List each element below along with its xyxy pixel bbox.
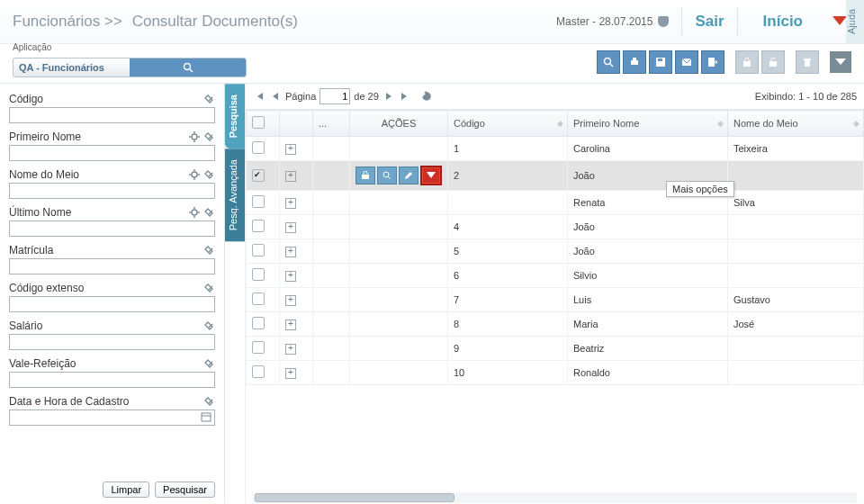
table-row[interactable]: +7LuisGustavo <box>247 288 864 312</box>
gear-icon[interactable] <box>188 168 201 181</box>
row-lock-button[interactable] <box>356 166 375 184</box>
filter-input[interactable] <box>9 107 215 123</box>
row-checkbox[interactable] <box>252 220 265 232</box>
row-view-button[interactable] <box>377 166 397 184</box>
row-checkbox[interactable] <box>252 317 265 329</box>
next-page-button[interactable] <box>382 90 395 103</box>
search-icon <box>603 57 614 68</box>
table-row[interactable]: +8MariaJosé <box>247 312 864 337</box>
last-page-button[interactable] <box>399 90 411 103</box>
horizontal-scrollbar[interactable] <box>253 492 857 503</box>
clear-field-icon[interactable] <box>202 168 215 181</box>
col-ellipsis[interactable]: ... <box>313 111 350 137</box>
print-icon <box>629 57 640 68</box>
clear-field-icon[interactable] <box>202 93 215 105</box>
toolbar-save-button[interactable] <box>649 50 672 74</box>
toolbar-print-button[interactable] <box>623 50 646 74</box>
help-tab[interactable]: Ajuda <box>846 0 864 43</box>
tab-search-basic[interactable]: Pesquisa <box>225 84 245 148</box>
row-checkbox[interactable] <box>252 169 265 182</box>
exit-button[interactable]: Sair <box>681 7 737 36</box>
col-primeiro-nome[interactable]: Primeiro Nome◆ <box>568 111 728 137</box>
filter-input[interactable] <box>9 220 215 237</box>
col-codigo[interactable]: Código◆ <box>448 111 568 137</box>
row-checkbox[interactable] <box>252 268 265 281</box>
filter-label: Data e Hora de Cadastro <box>9 393 129 410</box>
toolbar-delete-button[interactable] <box>796 50 819 74</box>
table-row[interactable]: +9Beatriz <box>247 337 864 361</box>
tab-search-advanced[interactable]: Pesq. Avançada <box>225 148 245 241</box>
table-row[interactable]: +4João <box>247 215 864 239</box>
home-button[interactable]: Início <box>751 7 815 36</box>
row-checkbox[interactable] <box>252 141 265 154</box>
clear-field-icon[interactable] <box>202 282 215 294</box>
svg-point-21 <box>192 172 197 177</box>
expand-row-button[interactable]: + <box>285 171 296 182</box>
row-edit-button[interactable] <box>399 166 418 184</box>
col-expand <box>280 111 313 137</box>
expand-row-button[interactable]: + <box>285 368 296 379</box>
cell-primeiro-nome: João <box>568 239 728 264</box>
filter-input[interactable] <box>9 258 215 274</box>
expand-row-button[interactable]: + <box>285 295 296 306</box>
toolbar-more-button[interactable] <box>830 51 851 73</box>
clear-field-icon[interactable] <box>202 357 215 370</box>
cell-primeiro-nome: Carolina <box>568 137 728 161</box>
clear-field-icon[interactable] <box>202 320 215 332</box>
toolbar-search-button[interactable] <box>597 50 620 74</box>
table-row[interactable]: +2João <box>247 161 864 191</box>
expand-row-button[interactable]: + <box>285 271 296 282</box>
row-checkbox[interactable] <box>252 244 265 256</box>
table-row[interactable]: +1CarolinaTeixeira <box>247 137 864 161</box>
expand-row-button[interactable]: + <box>285 198 296 209</box>
application-search-button[interactable] <box>130 58 246 76</box>
clear-field-icon[interactable] <box>202 130 215 143</box>
toolbar-unlock-button[interactable] <box>761 50 785 74</box>
cell-nome-meio <box>728 361 864 385</box>
row-checkbox[interactable] <box>252 195 265 208</box>
row-more-button[interactable] <box>420 166 442 185</box>
calendar-icon[interactable] <box>201 411 213 424</box>
filter-input[interactable] <box>9 410 215 426</box>
gear-icon[interactable] <box>188 206 201 219</box>
col-select-all[interactable] <box>247 111 280 137</box>
page-total: de 29 <box>354 91 379 102</box>
clear-field-icon[interactable] <box>202 244 215 256</box>
expand-row-button[interactable]: + <box>285 222 296 233</box>
filter-input[interactable] <box>9 334 215 350</box>
table-row[interactable]: +RenataSilva <box>247 191 864 215</box>
row-checkbox[interactable] <box>252 341 265 354</box>
chevron-down-icon <box>427 172 436 179</box>
filter-input[interactable] <box>9 296 215 312</box>
table-row[interactable]: +10Ronaldo <box>247 361 864 385</box>
toolbar-export-button[interactable] <box>701 50 724 74</box>
refresh-button[interactable] <box>420 90 433 103</box>
toolbar-email-button[interactable] <box>675 50 698 74</box>
expand-row-button[interactable]: + <box>285 144 296 155</box>
filter-label: Código <box>9 91 43 107</box>
application-selector[interactable]: QA - Funcionários <box>13 58 247 77</box>
search-button[interactable]: Pesquisar <box>155 482 215 498</box>
gear-icon[interactable] <box>188 130 201 143</box>
clear-field-icon[interactable] <box>202 395 215 408</box>
table-row[interactable]: +6Silvio <box>247 264 864 288</box>
filter-field: Salário <box>9 318 215 350</box>
prev-page-button[interactable] <box>269 90 282 103</box>
col-nome-meio[interactable]: Nome do Meio◆ <box>728 111 864 137</box>
first-page-button[interactable] <box>253 90 266 103</box>
table-row[interactable]: +5João <box>247 239 864 264</box>
toolbar-lock-button[interactable] <box>735 50 759 74</box>
row-checkbox[interactable] <box>252 365 265 378</box>
clear-field-icon[interactable] <box>202 206 215 219</box>
expand-row-button[interactable]: + <box>285 247 296 257</box>
expand-row-button[interactable]: + <box>285 344 296 355</box>
filter-input[interactable] <box>9 372 215 388</box>
page-input[interactable] <box>320 88 350 104</box>
filter-input[interactable] <box>9 183 215 199</box>
filter-label: Último Nome <box>9 204 71 220</box>
row-checkbox[interactable] <box>252 292 265 305</box>
filter-input[interactable] <box>9 145 215 161</box>
expand-row-button[interactable]: + <box>285 320 296 330</box>
clear-filters-button[interactable]: Limpar <box>103 482 149 498</box>
cell-primeiro-nome: Ronaldo <box>568 361 728 385</box>
